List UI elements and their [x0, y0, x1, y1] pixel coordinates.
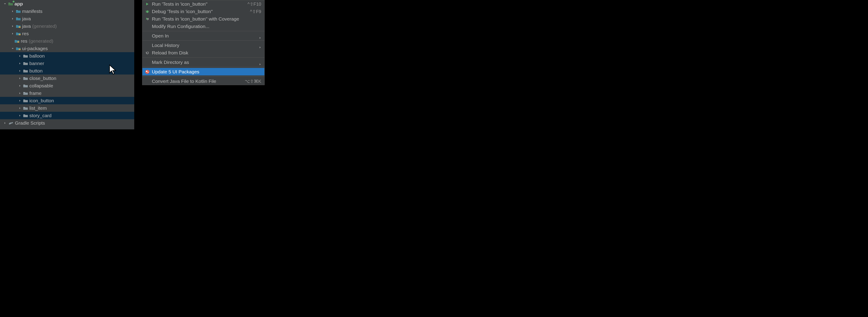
tree-item-java-generated[interactable]: java (generated)	[0, 22, 134, 30]
relay-icon	[145, 70, 150, 74]
menu-label: Open In	[152, 33, 257, 39]
menu-local-history[interactable]: Local History	[143, 41, 265, 49]
tree-label: collapsable	[29, 83, 53, 89]
resource-folder-icon	[14, 39, 20, 43]
menu-label: Modify Run Configuration...	[152, 24, 261, 29]
folder-icon	[23, 92, 28, 95]
tree-item-ui-packages[interactable]: ui-packages	[0, 45, 134, 52]
tree-item-java[interactable]: java	[0, 15, 134, 22]
tree-label: frame	[29, 91, 41, 96]
tree-item-res[interactable]: res	[0, 30, 134, 37]
tree-label: balloon	[29, 53, 45, 59]
chevron-right-icon	[18, 84, 22, 87]
menu-reload-from-disk[interactable]: Reload from Disk	[143, 49, 265, 57]
menu-label: Run 'Tests in 'icon_button'' with Covera…	[152, 16, 261, 22]
chevron-right-icon	[18, 114, 22, 117]
svg-rect-1	[19, 34, 21, 35]
generated-folder-icon	[16, 24, 21, 28]
menu-run-coverage[interactable]: Run 'Tests in 'icon_button'' with Covera…	[143, 15, 265, 23]
menu-label: Run 'Tests in 'icon_button''	[152, 1, 245, 7]
tree-item-app[interactable]: app	[0, 0, 134, 7]
menu-separator	[143, 31, 265, 31]
menu-separator	[143, 57, 265, 58]
tree-item-manifests[interactable]: manifests	[0, 7, 134, 15]
chevron-right-icon	[18, 69, 22, 73]
context-menu: Run 'Tests in 'icon_button'' ^⇧F10 Debug…	[142, 0, 265, 85]
menu-label: Convert Java File to Kotlin File	[152, 78, 243, 84]
chevron-right-icon	[3, 121, 7, 125]
menu-label: Reload from Disk	[152, 50, 261, 56]
tree-item-list-item[interactable]: list_item	[0, 104, 134, 112]
tree-label: Gradle Scripts	[15, 120, 45, 126]
tree-item-frame[interactable]: frame	[0, 90, 134, 97]
chevron-right-icon	[11, 17, 14, 21]
run-icon	[145, 2, 150, 6]
folder-icon	[23, 54, 28, 58]
chevron-down-icon	[11, 47, 14, 50]
tree-label: icon_button	[29, 98, 54, 103]
tree-label-suffix: (generated)	[29, 38, 53, 44]
menu-shortcut: ^⇧F9	[250, 9, 261, 14]
resource-folder-icon	[16, 32, 21, 35]
svg-rect-2	[18, 41, 19, 43]
folder-icon	[23, 84, 28, 87]
tree-label: res	[21, 38, 27, 44]
tree-item-res-generated[interactable]: res (generated)	[0, 37, 134, 45]
reload-icon	[145, 50, 150, 55]
module-folder-icon	[8, 2, 13, 6]
menu-label: Update 5 UI Packages	[152, 69, 261, 74]
tree-item-banner[interactable]: banner	[0, 60, 134, 67]
svg-rect-0	[19, 26, 21, 28]
tree-label: list_item	[29, 105, 47, 111]
tree-item-button[interactable]: button	[0, 67, 134, 74]
tree-item-collapsable[interactable]: collapsable	[0, 82, 134, 90]
folder-icon	[23, 76, 28, 80]
menu-update-ui-packages[interactable]: Update 5 UI Packages	[143, 68, 265, 75]
menu-shortcut: ⌥⇧⌘K	[245, 78, 261, 84]
debug-icon	[145, 9, 150, 14]
chevron-right-icon	[259, 61, 261, 64]
tree-item-gradle-scripts[interactable]: Gradle Scripts	[0, 119, 134, 127]
tree-item-balloon[interactable]: balloon	[0, 52, 134, 60]
svg-rect-3	[19, 49, 21, 50]
tree-label: banner	[29, 61, 44, 66]
resource-folder-icon	[16, 47, 21, 50]
folder-icon	[23, 69, 28, 73]
chevron-right-icon	[259, 44, 261, 46]
chevron-right-icon	[18, 106, 22, 110]
menu-modify-run-config[interactable]: Modify Run Configuration...	[143, 23, 265, 30]
tree-label: java	[22, 16, 31, 22]
menu-debug-tests[interactable]: Debug 'Tests in 'icon_button'' ^⇧F9	[143, 8, 265, 15]
tree-label: button	[29, 68, 42, 74]
svg-point-10	[145, 70, 149, 74]
chevron-right-icon	[18, 62, 22, 65]
folder-icon	[23, 114, 28, 117]
chevron-right-icon	[259, 35, 261, 37]
chevron-right-icon	[11, 24, 14, 28]
menu-label: Debug 'Tests in 'icon_button''	[152, 9, 248, 14]
coverage-icon	[145, 17, 150, 21]
folder-icon	[16, 17, 21, 21]
folder-icon	[23, 106, 28, 110]
menu-mark-directory-as[interactable]: Mark Directory as	[143, 59, 265, 66]
tree-label-suffix: (generated)	[32, 24, 57, 29]
tree-label: res	[22, 31, 29, 36]
tree-item-close-button[interactable]: close_button	[0, 74, 134, 82]
gradle-icon	[8, 121, 13, 125]
tree-label: manifests	[22, 8, 42, 14]
tree-item-icon-button[interactable]: icon_button	[0, 97, 134, 104]
folder-icon	[16, 9, 21, 13]
chevron-right-icon	[18, 76, 22, 80]
svg-point-12	[148, 72, 149, 73]
chevron-right-icon	[18, 54, 22, 58]
menu-run-tests[interactable]: Run 'Tests in 'icon_button'' ^⇧F10	[143, 0, 265, 8]
tree-label: close_button	[29, 76, 56, 81]
menu-label: Mark Directory as	[152, 60, 257, 65]
svg-point-11	[146, 71, 147, 72]
menu-convert-java-kotlin[interactable]: Convert Java File to Kotlin File ⌥⇧⌘K	[143, 77, 265, 85]
tree-item-story-card[interactable]: story_card	[0, 112, 134, 119]
menu-label: Local History	[152, 43, 257, 48]
menu-open-in[interactable]: Open In	[143, 32, 265, 39]
chevron-right-icon	[11, 32, 14, 35]
menu-separator	[143, 40, 265, 41]
